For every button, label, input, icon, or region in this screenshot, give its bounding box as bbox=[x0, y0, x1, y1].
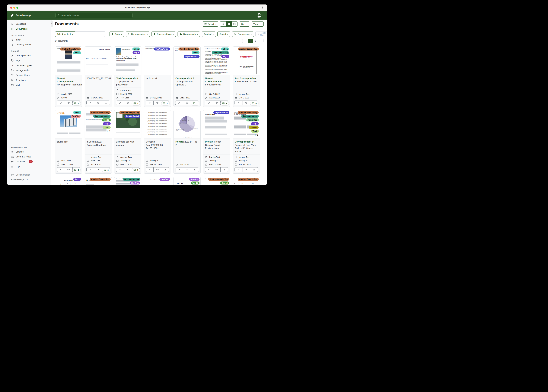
document-correspondent[interactable]: Newest Correspondent bbox=[205, 77, 222, 83]
document-card-8[interactable]: Drylab InboxTest Tag drylab Test Year - … bbox=[55, 110, 82, 174]
document-title[interactable]: tablerates2 bbox=[144, 75, 171, 95]
sidebar-item-settings[interactable]: Settings bbox=[7, 149, 51, 154]
edit-button[interactable] bbox=[235, 101, 242, 105]
filter-storage-path-button[interactable]: Storage path bbox=[178, 32, 200, 37]
comments-badge[interactable]: 1 bbox=[132, 101, 140, 105]
global-search[interactable] bbox=[56, 13, 132, 18]
tag-pill-test-tag[interactable]: Test Tag bbox=[71, 115, 81, 118]
tag-pill-tag-2[interactable]: Tag 2 bbox=[221, 55, 229, 58]
sidebar-collapse-button[interactable]: « bbox=[51, 21, 53, 27]
document-title[interactable]: Correspondent 14: Review-of-New-York-Fed… bbox=[233, 139, 260, 154]
document-card-13[interactable]: French Country Bread TagWithPartial Priv… bbox=[203, 110, 230, 174]
views-button[interactable]: Views bbox=[251, 21, 264, 27]
pagination-page-1[interactable]: 1 bbox=[248, 39, 253, 43]
filter-text-input[interactable] bbox=[75, 31, 105, 37]
edit-button[interactable] bbox=[116, 168, 124, 172]
tag-pill-another-sample-tag[interactable]: Another Sample Tag bbox=[238, 178, 259, 181]
view-button[interactable] bbox=[183, 101, 191, 105]
pagination-next-button[interactable]: » bbox=[258, 39, 263, 43]
view-button[interactable] bbox=[124, 168, 132, 172]
document-title[interactable]: Test Correspondent 1: UM_PPBE_en_v29 bbox=[233, 75, 260, 91]
tag-pill-tag-222[interactable]: Tag 222 bbox=[249, 126, 259, 129]
document-correspondent[interactable]: Correspondent 14 bbox=[235, 140, 255, 143]
search-input[interactable] bbox=[61, 14, 131, 17]
comments-badge[interactable]: 4 bbox=[250, 101, 259, 105]
tag-pill-just-another-tag[interactable]: Just another tag bbox=[241, 115, 259, 118]
view-button[interactable] bbox=[94, 101, 102, 105]
edit-button[interactable] bbox=[87, 168, 94, 172]
sidebar-item-documentation[interactable]: ?Documentation bbox=[7, 172, 51, 177]
document-card-20[interactable]: This is a test Another Sample TagTag 12 bbox=[203, 177, 230, 185]
document-card-4[interactable]: Country,Region/State," TagWithPartial ta… bbox=[144, 46, 171, 107]
tag-pill-tagwithpartial[interactable]: TagWithPartial bbox=[154, 48, 170, 50]
filter-tags-button[interactable]: Tags bbox=[109, 32, 124, 37]
filter-document-type-button[interactable]: Document type bbox=[151, 32, 176, 37]
minimize-window-button[interactable] bbox=[13, 7, 15, 9]
document-card-18[interactable]: This is a multi page document. Page 1. N… bbox=[144, 177, 171, 185]
tag-pill-tagwithpartial[interactable]: TagWithPartial bbox=[213, 111, 229, 114]
tag-pill-another-sample-tag[interactable]: Another Sample Tag bbox=[238, 48, 259, 50]
document-card-12[interactable]: Patient BP Distribution 2011Isolated Sys… bbox=[173, 110, 201, 174]
document-title[interactable]: Newest Correspondent: H7_Napoleon_Bonapa… bbox=[55, 75, 82, 91]
share-icon[interactable] bbox=[261, 7, 264, 9]
tag-pill-just-another-tag[interactable]: Just another tag bbox=[123, 178, 140, 181]
document-title[interactable]: Test Correspondent 1: [paperless] test p… bbox=[115, 75, 141, 88]
select-button[interactable]: Select bbox=[202, 21, 218, 27]
tag-pill-newone[interactable]: NewOne bbox=[189, 178, 200, 181]
list-view-button[interactable] bbox=[220, 21, 226, 27]
tag-pill-just-another-tag[interactable]: Just another tag bbox=[212, 51, 229, 54]
detail-view-button[interactable] bbox=[232, 21, 238, 27]
document-title[interactable]: Private: French Country Bread Revised.do… bbox=[203, 139, 230, 154]
document-title[interactable]: Sonstige ScanPC2022 03-24_081058 bbox=[144, 139, 171, 158]
sidebar-item-document-types[interactable]: #Document Types bbox=[7, 63, 51, 68]
pagination-prev-button[interactable]: « bbox=[242, 39, 248, 43]
tag-pill-another-sample-tag[interactable]: Another Sample Tag bbox=[238, 111, 259, 114]
sidebar-item-recently-added[interactable]: Recently Added bbox=[7, 42, 51, 47]
tag-pill-another-sample-tag[interactable]: Another Sample Tag bbox=[90, 111, 111, 114]
document-card-19[interactable]: The SATPracticeTest #1Make time to take … bbox=[173, 177, 201, 185]
filter-correspondent-button[interactable]: Correspondent bbox=[126, 32, 150, 37]
document-thumbnail[interactable]: CyberPowerPowerPanel® Business EditionUs… bbox=[233, 47, 260, 75]
edit-button[interactable] bbox=[235, 168, 242, 172]
document-card-7[interactable]: CyberPowerPowerPanel® Business EditionUs… bbox=[233, 46, 260, 107]
edit-button[interactable] bbox=[175, 101, 183, 105]
tag-pill-tag-2[interactable]: Tag 2 bbox=[251, 122, 259, 125]
download-button[interactable] bbox=[102, 101, 110, 105]
tag-pill-just-another-tag[interactable]: Just another tag bbox=[93, 115, 111, 118]
comments-badge[interactable]: 1 bbox=[132, 168, 140, 172]
user-menu[interactable] bbox=[257, 13, 264, 18]
document-card-3[interactable]: MEDICAL TEACHERMedical TeacherHas the ne… bbox=[114, 46, 141, 107]
view-button[interactable] bbox=[213, 168, 220, 172]
sidebar-item-file-tasks[interactable]: File Tasks16 bbox=[7, 159, 51, 164]
grid-view-button[interactable] bbox=[226, 21, 232, 27]
document-title[interactable]: InDesign 2022 Scripting Read Me bbox=[85, 139, 112, 154]
edit-button[interactable] bbox=[205, 101, 213, 105]
document-correspondent[interactable]: Newest Correspondent bbox=[57, 77, 74, 83]
document-thumbnail[interactable]: ✻ BANK OF SCOTLAND2,0 % p. a. auf Ihr Ta… bbox=[85, 47, 112, 75]
tag-pill-inbox[interactable]: Inbox bbox=[73, 51, 81, 54]
view-button[interactable] bbox=[242, 101, 250, 105]
sidebar-item-documents[interactable]: Documents bbox=[7, 26, 51, 31]
filter-permissions-button[interactable]: Permissions bbox=[232, 32, 254, 37]
document-card-15[interactable]: Lorem ipsumLorem ipsum dolor sit amet, c… bbox=[55, 177, 82, 185]
sidebar-item-mail[interactable]: Mail bbox=[7, 83, 51, 88]
comments-badge[interactable]: 1 bbox=[72, 168, 81, 172]
view-button[interactable] bbox=[242, 168, 250, 172]
download-button[interactable] bbox=[161, 168, 169, 172]
app-brand[interactable]: Paperless-ngx bbox=[10, 14, 31, 17]
document-card-6[interactable]: Serial Number,Company Name,Employe 97881… bbox=[203, 46, 230, 107]
view-button[interactable] bbox=[65, 101, 72, 105]
filter-added-button[interactable]: Added bbox=[217, 32, 230, 37]
sidebar-item-dashboard[interactable]: Dashboard bbox=[7, 21, 51, 26]
edit-button[interactable] bbox=[146, 168, 153, 172]
document-title[interactable]: drylab Test bbox=[55, 139, 82, 158]
comments-badge[interactable]: 6 bbox=[102, 168, 110, 172]
tag-pill-inbox[interactable]: Inbox bbox=[221, 48, 229, 50]
comments-badge[interactable]: 1 bbox=[161, 101, 170, 105]
view-button[interactable] bbox=[65, 168, 72, 172]
search-field-selector-button[interactable]: Title & content bbox=[55, 31, 75, 37]
tag-pill-inbox[interactable]: Inbox bbox=[192, 51, 200, 54]
comments-badge[interactable]: 2 bbox=[72, 101, 81, 105]
document-title[interactable]: Newest Correspondent: Sample100.csv bbox=[203, 75, 230, 91]
edit-button[interactable] bbox=[57, 168, 65, 172]
